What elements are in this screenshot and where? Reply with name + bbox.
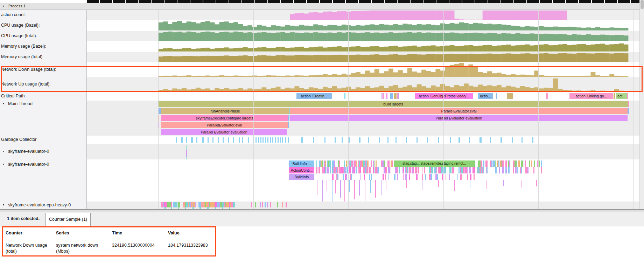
trace-slice[interactable]: [277, 202, 278, 207]
trace-slice[interactable]: [330, 167, 331, 173]
trace-slice[interactable]: [186, 202, 188, 207]
gc-tick[interactable]: [458, 137, 460, 143]
trace-slice[interactable]: [339, 167, 340, 173]
trace-slice[interactable]: [201, 202, 204, 207]
trace-span[interactable]: [628, 108, 629, 114]
trace-slice[interactable]: [369, 174, 370, 180]
trace-slice[interactable]: [349, 167, 351, 173]
trace-slice[interactable]: [500, 160, 501, 167]
drip-line[interactable]: [536, 180, 537, 186]
trace-span[interactable]: buildTargets: [158, 101, 628, 107]
trace-slice[interactable]: [251, 202, 252, 207]
gc-tick[interactable]: [233, 137, 234, 143]
trace-slice[interactable]: [337, 174, 338, 180]
trace-slice[interactable]: [348, 160, 350, 167]
trace-slice[interactable]: [351, 160, 353, 167]
trace-slice[interactable]: [399, 167, 400, 173]
trace-slice[interactable]: [391, 160, 392, 167]
drip-line[interactable]: [365, 180, 365, 201]
collapse-arrow-icon[interactable]: ▾: [3, 203, 4, 206]
trace-span[interactable]: action 'GenObjcProtos video/...: [415, 93, 473, 99]
trace-slice[interactable]: [212, 202, 215, 207]
trace-slice[interactable]: [458, 167, 460, 173]
trace-slice[interactable]: [233, 202, 235, 207]
gc-tick[interactable]: [253, 137, 254, 143]
trace-slice[interactable]: [534, 160, 535, 167]
gc-tick[interactable]: [272, 137, 273, 143]
trace-span[interactable]: [383, 93, 384, 99]
track-label[interactable]: skyframe-evaluator-0: [8, 162, 49, 167]
gc-tick[interactable]: [275, 137, 276, 143]
trace-span[interactable]: stag.stag... stage.remote.staging.remot.…: [394, 160, 475, 167]
trace-slice[interactable]: [422, 174, 424, 180]
trace-slice[interactable]: [413, 167, 414, 173]
gc-tick[interactable]: [218, 137, 219, 143]
trace-slice[interactable]: [344, 160, 345, 167]
trace-slice[interactable]: [474, 174, 475, 180]
gc-tick[interactable]: [228, 137, 229, 143]
trace-slice[interactable]: [231, 202, 233, 207]
gc-tick[interactable]: [212, 137, 214, 143]
gc-tick[interactable]: [490, 137, 491, 143]
trace-slice[interactable]: [384, 160, 386, 167]
trace-span[interactable]: [158, 115, 159, 121]
trace-span[interactable]: act...: [616, 93, 627, 99]
cell-series[interactable]: system network down (Mbps): [56, 242, 107, 254]
trace-slice[interactable]: [397, 174, 398, 180]
trace-slice[interactable]: [224, 202, 225, 207]
drip-line[interactable]: [332, 180, 332, 202]
gc-tick[interactable]: [438, 137, 439, 143]
trace-slice[interactable]: [270, 202, 271, 207]
trace-slice[interactable]: [521, 167, 522, 173]
counter-chart[interactable]: [87, 20, 639, 31]
trace-slice[interactable]: [350, 174, 351, 180]
drip-line[interactable]: [521, 180, 522, 188]
trace-slice[interactable]: [498, 160, 499, 167]
trace-slice[interactable]: [344, 167, 345, 173]
drip-line[interactable]: [359, 180, 360, 196]
trace-slice[interactable]: [332, 174, 334, 180]
gc-tick[interactable]: [208, 137, 209, 143]
gc-tick[interactable]: [282, 137, 283, 143]
track-label[interactable]: skyframe-evaluator-cpu-heavy-0: [8, 203, 71, 207]
counter-chart[interactable]: [87, 10, 639, 20]
trace-slice[interactable]: [346, 160, 347, 167]
cell-time[interactable]: 324190.51300000004: [112, 242, 164, 248]
trace-slice[interactable]: [360, 174, 361, 180]
drip-line[interactable]: [375, 180, 376, 198]
trace-slice[interactable]: [222, 207, 223, 209]
drip-line[interactable]: [454, 180, 455, 191]
trace-slice[interactable]: [367, 160, 369, 167]
trace-slice[interactable]: [323, 167, 325, 173]
trace-span[interactable]: ParallelEvaluator.eval: [290, 108, 628, 114]
trace-slice[interactable]: [497, 160, 498, 167]
trace-span[interactable]: [394, 93, 397, 99]
trace-slice[interactable]: [483, 167, 484, 173]
trace-slice[interactable]: [373, 167, 374, 173]
drip-line[interactable]: [503, 180, 504, 186]
trace-slice[interactable]: [402, 167, 404, 173]
trace-span[interactable]: ParallelEvaluator.eval: [161, 122, 288, 128]
trace-slice[interactable]: [496, 167, 497, 173]
trace-slice[interactable]: [173, 202, 175, 207]
gc-tick[interactable]: [379, 137, 380, 143]
trace-slice[interactable]: [424, 167, 425, 173]
trace-slice[interactable]: [469, 167, 471, 173]
gc-tick[interactable]: [512, 137, 513, 143]
drip-line[interactable]: [340, 180, 341, 198]
trace-slice[interactable]: [485, 160, 488, 167]
trace-span[interactable]: runAnalysisPhase: [161, 108, 289, 114]
trace-span[interactable]: [614, 93, 615, 99]
trace-slice[interactable]: [340, 167, 341, 173]
counter-chart[interactable]: [87, 52, 639, 62]
trace-slice[interactable]: [371, 160, 372, 167]
trace-slice[interactable]: [425, 174, 426, 180]
trace-slice[interactable]: [443, 167, 445, 173]
drip-line[interactable]: [438, 180, 439, 187]
trace-slice[interactable]: [265, 202, 266, 207]
trace-slice[interactable]: [171, 207, 172, 209]
trace-slice[interactable]: [517, 167, 518, 173]
counter-chart[interactable]: [87, 77, 639, 92]
counter-chart[interactable]: [87, 62, 639, 77]
gc-tick[interactable]: [396, 137, 397, 143]
